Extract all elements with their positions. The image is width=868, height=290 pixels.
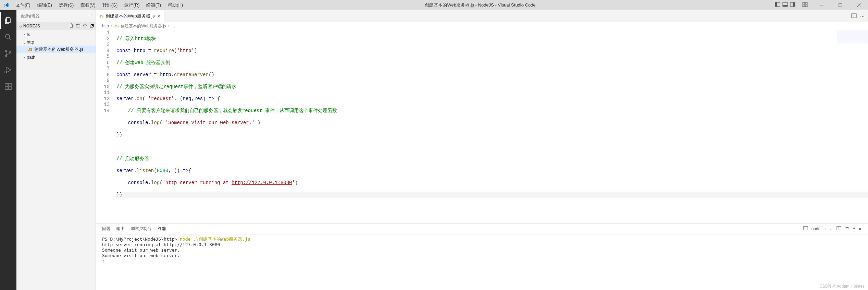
activity-explorer[interactable] bbox=[0, 12, 16, 29]
svg-rect-11 bbox=[839, 3, 842, 7]
svg-rect-8 bbox=[803, 5, 805, 7]
customize-layout-icon[interactable] bbox=[802, 2, 808, 8]
minimize-button[interactable] bbox=[814, 0, 830, 10]
maximize-panel-icon[interactable]: ^ bbox=[853, 227, 855, 231]
branch-icon bbox=[4, 49, 12, 58]
layout-panel-right-icon[interactable] bbox=[790, 2, 795, 8]
tab-label: 创建基本的Web服务器.js bbox=[106, 13, 155, 19]
extensions-icon bbox=[4, 82, 12, 90]
close-panel-icon[interactable]: ✕ bbox=[858, 227, 862, 231]
menu-go[interactable]: 转到(G) bbox=[100, 1, 121, 10]
debug-icon bbox=[4, 66, 12, 74]
new-folder-icon[interactable] bbox=[76, 23, 80, 29]
project-name: NODEJS bbox=[23, 24, 40, 28]
terminal-shell-label[interactable]: node bbox=[811, 227, 821, 231]
menu-view[interactable]: 查看(V) bbox=[78, 1, 98, 10]
tree-folder-path[interactable]: ›path bbox=[16, 53, 96, 61]
vscode-logo-icon bbox=[0, 2, 12, 8]
search-icon bbox=[4, 33, 12, 41]
refresh-icon[interactable] bbox=[83, 23, 87, 29]
tab-server-js[interactable]: JS 创建基本的Web服务器.js ✕ bbox=[96, 10, 164, 22]
explorer-sidebar: 资源管理器 ⋯ ⌄ NODEJS ›fs ⌄http JS创建基本的Web服务器… bbox=[16, 10, 96, 290]
activity-search[interactable] bbox=[0, 29, 16, 45]
minimap[interactable] bbox=[837, 30, 868, 44]
menu-edit[interactable]: 编辑(E) bbox=[35, 1, 55, 10]
js-file-icon: JS bbox=[28, 48, 34, 51]
code-content[interactable]: // 导入http模块 const http = require('http')… bbox=[116, 30, 868, 223]
svg-point-19 bbox=[5, 71, 7, 73]
collapse-all-icon[interactable] bbox=[89, 23, 94, 29]
main-area: 资源管理器 ⋯ ⌄ NODEJS ›fs ⌄http JS创建基本的Web服务器… bbox=[0, 10, 868, 290]
layout-panel-bottom-icon[interactable] bbox=[782, 2, 788, 8]
layout-panel-left-icon[interactable] bbox=[775, 2, 780, 8]
chevron-right-icon: › bbox=[111, 24, 112, 28]
panel-tab-problems[interactable]: 问题 bbox=[102, 224, 110, 234]
menu-file[interactable]: 文件(F) bbox=[13, 1, 33, 10]
chevron-right-icon: › bbox=[22, 55, 27, 60]
activity-extensions[interactable] bbox=[0, 78, 16, 95]
svg-rect-23 bbox=[9, 83, 11, 86]
split-terminal-dropdown-icon[interactable]: ⌄ bbox=[830, 227, 833, 231]
breadcrumb-segment[interactable]: ... bbox=[172, 24, 175, 28]
files-icon bbox=[4, 16, 12, 25]
tree-file-server-js[interactable]: JS创建基本的Web服务器.js bbox=[16, 46, 96, 53]
panel-tab-debug-console[interactable]: 调试控制台 bbox=[131, 224, 151, 234]
close-button[interactable] bbox=[851, 0, 867, 10]
svg-rect-21 bbox=[5, 87, 8, 89]
terminal-shell-icon[interactable] bbox=[803, 226, 808, 232]
code-editor[interactable]: 1234567891011121314 // 导入http模块 const ht… bbox=[96, 30, 868, 223]
more-actions-icon[interactable]: ⋯ bbox=[860, 14, 865, 19]
split-editor-icon[interactable] bbox=[851, 13, 857, 20]
svg-rect-9 bbox=[805, 5, 807, 7]
explorer-title: 资源管理器 bbox=[21, 14, 39, 19]
split-terminal-icon[interactable] bbox=[836, 226, 841, 232]
activity-run-debug[interactable] bbox=[0, 62, 16, 78]
title-bar: 文件(F) 编辑(E) 选择(S) 查看(V) 转到(G) 运行(R) 终端(T… bbox=[0, 0, 868, 10]
activity-source-control[interactable] bbox=[0, 45, 16, 62]
explorer-header: 资源管理器 ⋯ bbox=[16, 10, 96, 22]
maximize-button[interactable] bbox=[832, 0, 848, 10]
terminal-content[interactable]: PS D:\MyProject\NodeJS\http> node .\创建基本… bbox=[96, 234, 868, 290]
svg-rect-27 bbox=[804, 227, 808, 230]
editor-tabs: JS 创建基本的Web服务器.js ✕ ⋯ bbox=[96, 10, 868, 22]
kill-terminal-icon[interactable] bbox=[845, 226, 850, 232]
panel-tabs: 问题 输出 调试控制台 终端 node + ⌄ ^ ✕ bbox=[96, 223, 868, 234]
panel-tab-output[interactable]: 输出 bbox=[116, 224, 125, 234]
line-gutter: 1234567891011121314 bbox=[96, 30, 116, 223]
activity-bar bbox=[0, 10, 16, 290]
panel-tab-terminal[interactable]: 终端 bbox=[158, 224, 166, 234]
bottom-panel: 问题 输出 调试控制台 终端 node + ⌄ ^ ✕ PS D bbox=[96, 223, 868, 290]
new-terminal-icon[interactable]: + bbox=[824, 227, 826, 231]
menu-run[interactable]: 运行(R) bbox=[122, 1, 142, 10]
svg-rect-1 bbox=[775, 2, 777, 7]
svg-point-18 bbox=[10, 51, 11, 53]
svg-line-15 bbox=[9, 38, 11, 40]
menu-selection[interactable]: 选择(S) bbox=[56, 1, 76, 10]
window-title: 创建基本的Web服务器.js - NodeJS - Visual Studio … bbox=[186, 2, 775, 8]
js-file-icon: JS bbox=[99, 14, 103, 18]
svg-point-14 bbox=[5, 34, 10, 38]
close-icon[interactable]: ✕ bbox=[157, 14, 161, 19]
svg-rect-5 bbox=[793, 2, 795, 7]
breadcrumb[interactable]: http › JS 创建基本的Web服务器.js › ... bbox=[96, 22, 868, 30]
svg-point-17 bbox=[5, 55, 7, 57]
menu-terminal[interactable]: 终端(T) bbox=[144, 1, 164, 10]
more-actions-icon[interactable]: ⋯ bbox=[88, 14, 91, 19]
menu-help[interactable]: 帮助(H) bbox=[165, 1, 186, 10]
svg-rect-3 bbox=[783, 5, 788, 7]
chevron-down-icon: ⌄ bbox=[22, 39, 27, 45]
breadcrumb-segment[interactable]: http bbox=[102, 24, 109, 28]
file-tree: ›fs ⌄http JS创建基本的Web服务器.js ›path bbox=[16, 30, 96, 61]
tree-folder-http[interactable]: ⌄http bbox=[16, 38, 96, 46]
tree-folder-fs[interactable]: ›fs bbox=[16, 31, 96, 38]
breadcrumb-segment[interactable]: 创建基本的Web服务器.js bbox=[121, 23, 166, 29]
js-file-icon: JS bbox=[114, 24, 119, 28]
chevron-down-icon: ⌄ bbox=[18, 24, 23, 28]
watermark: CSDN @Addam Holmes bbox=[819, 284, 865, 289]
svg-point-16 bbox=[5, 50, 7, 52]
project-header[interactable]: ⌄ NODEJS bbox=[16, 22, 96, 30]
new-file-icon[interactable] bbox=[69, 23, 74, 29]
chevron-right-icon: › bbox=[22, 32, 27, 37]
svg-rect-22 bbox=[9, 87, 11, 89]
svg-rect-7 bbox=[805, 2, 807, 4]
